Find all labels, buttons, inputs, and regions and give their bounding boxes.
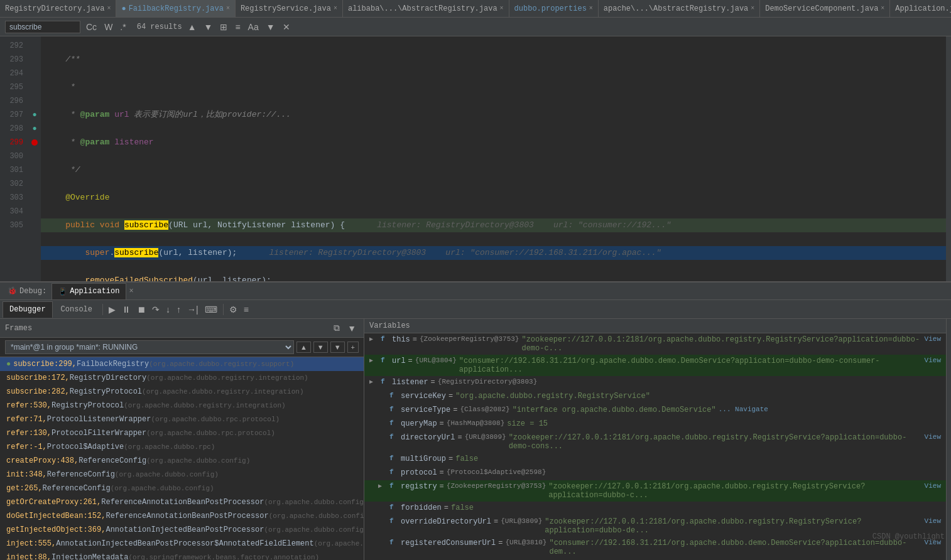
view-link[interactable]: View	[925, 482, 941, 490]
frame-4[interactable]: refer:71, ProtocolListenerWrapper (org.a…	[0, 412, 364, 426]
breakpoint-299[interactable]	[31, 139, 38, 146]
search-word-btn[interactable]: W	[102, 22, 114, 32]
var-listener[interactable]: ▶ f listener = {RegistryDirectory@3803}	[364, 376, 946, 390]
search-replace-btn[interactable]: ⊞	[218, 22, 229, 32]
frame-5[interactable]: refer:130, ProtocolFilterWrapper (org.ap…	[0, 426, 364, 440]
tab-close[interactable]: ×	[881, 5, 884, 12]
frame-3[interactable]: refer:530, RegistryProtocol (org.apache.…	[0, 399, 364, 412]
run-to-cursor-btn[interactable]: →|	[185, 303, 201, 316]
thread-nav-down[interactable]: ▼	[313, 342, 328, 353]
step-over-btn[interactable]: ↷	[149, 303, 162, 316]
tab-close[interactable]: ×	[751, 5, 754, 12]
view-link[interactable]: View	[925, 433, 941, 441]
tab-close[interactable]: ×	[589, 5, 593, 12]
variables-scrollbar[interactable]	[946, 319, 951, 560]
search-next-btn[interactable]: ▼	[202, 22, 215, 32]
var-url[interactable]: ▶ f url = {URL@3804} "consumer://192.168…	[364, 355, 946, 376]
step-out-btn[interactable]: ↑	[174, 303, 183, 316]
tab-demoservicecomponent[interactable]: DemoServiceComponent.java ×	[760, 0, 890, 17]
tab-label: FailbackRegistry.java	[129, 4, 224, 13]
frame-11[interactable]: doGetInjectedBean:152, ReferenceAnnotati…	[0, 509, 364, 523]
resume-btn[interactable]: ▶	[106, 303, 118, 316]
variables-header: Variables	[364, 319, 946, 333]
gutter: ● ●	[28, 36, 41, 281]
frame-12[interactable]: getInjectedObject:369, AnnotationInjecte…	[0, 523, 364, 537]
tab-debugger[interactable]: Debugger	[3, 301, 53, 318]
var-eq: =	[498, 539, 503, 547]
frame-13[interactable]: inject:555, AnnotationInjectedBeanPostPr…	[0, 537, 364, 551]
frame-8[interactable]: init:348, ReferenceConfig (org.apache.du…	[0, 468, 364, 482]
navigate-link[interactable]: ... Navigate	[719, 406, 768, 413]
var-name: multiGroup	[401, 455, 446, 463]
var-directoryurl[interactable]: f directoryUrl = {URL@3809} "zookeeper:/…	[364, 431, 946, 453]
gutter-299	[28, 136, 41, 149]
frame-1[interactable]: subscribe:172, RegistryDirectory (org.ap…	[0, 371, 364, 385]
gutter-debug-indicator: ●	[32, 110, 36, 119]
var-overridedirectoryurl[interactable]: f overrideDirectoryUrl = {URL@3809} "zoo…	[364, 515, 946, 537]
var-this[interactable]: ▶ f this = {ZookeeperRegistry@3753} "zoo…	[364, 333, 946, 355]
search-close-btn[interactable]: ✕	[281, 22, 292, 32]
tab-close[interactable]: ×	[107, 5, 111, 12]
tab-console[interactable]: Console	[54, 301, 99, 318]
search-regex-btn[interactable]: .*	[118, 22, 128, 32]
tab-application[interactable]: 📱 Application	[52, 283, 126, 299]
var-forbidden[interactable]: f forbidden = false	[364, 502, 946, 515]
search-prev-btn[interactable]: ▲	[186, 22, 198, 32]
bottom-tab-close[interactable]: ×	[129, 287, 133, 296]
pause-btn[interactable]: ⏸	[119, 303, 133, 316]
frames-copy-btn[interactable]: ⧉	[331, 321, 342, 335]
settings-btn[interactable]: ⚙	[227, 303, 240, 316]
thread-filter[interactable]: ▼	[330, 342, 345, 353]
search-aa-btn[interactable]: Aa	[246, 22, 261, 32]
var-servicekey[interactable]: f serviceKey = "org.apache.dubbo.registr…	[364, 390, 946, 404]
view-link[interactable]: View	[925, 335, 941, 343]
thread-add[interactable]: +	[347, 342, 359, 353]
var-type: {ZookeeperRegistry@3753}	[447, 482, 546, 490]
tab-application[interactable]: Application.java ×	[890, 0, 951, 17]
gutter-297: ●	[28, 108, 41, 122]
var-querymap[interactable]: f queryMap = {HashMap@3808} size = 15	[364, 417, 946, 431]
more-btn[interactable]: ≡	[241, 303, 251, 316]
debug-label: 🐞 Debug:	[3, 286, 52, 296]
tab-close[interactable]: ×	[226, 5, 230, 12]
tab-dubbo-properties[interactable]: dubbo.properties ×	[509, 0, 599, 17]
frame-9[interactable]: get:265, ReferenceConfig (org.apache.dub…	[0, 482, 364, 495]
var-registry[interactable]: ▶ f registry = {ZookeeperRegistry@3753} …	[364, 480, 946, 502]
frame-class: RegistryProtocol	[52, 401, 124, 410]
tab-registrydirectory[interactable]: RegistryDirectory.java ×	[0, 0, 116, 17]
frame-package: (org.apache.dubbo.registry.integration)	[142, 388, 303, 396]
frames-filter-btn[interactable]: ▼	[345, 321, 359, 335]
code-content[interactable]: /** * * @param url 表示要订阅的url，比如provider:…	[41, 36, 946, 281]
search-options-btn[interactable]: Cc	[84, 22, 99, 32]
view-link[interactable]: View	[925, 357, 941, 364]
frame-7[interactable]: createProxy:438, ReferenceConfig (org.ap…	[0, 454, 364, 468]
search-input[interactable]	[5, 21, 80, 33]
var-eq: =	[413, 335, 417, 344]
var-type: {RegistryDirectory@3803}	[438, 378, 537, 385]
var-servicetype[interactable]: f serviceType = {Class@2082} "interface …	[364, 404, 946, 417]
frame-2[interactable]: subscribe:282, RegistryProtocol (org.apa…	[0, 385, 364, 399]
frame-14[interactable]: inject:88, InjectionMetadata (org.spring…	[0, 551, 364, 560]
gutter-296	[28, 94, 41, 108]
tab-alibaba-abstractregistry[interactable]: alibaba\...\AbstractRegistry.java ×	[343, 0, 509, 17]
view-link[interactable]: View	[925, 517, 941, 525]
var-multigroup[interactable]: f multiGroup = false	[364, 453, 946, 466]
thread-nav-up[interactable]: ▲	[296, 342, 311, 353]
tab-close[interactable]: ×	[334, 5, 337, 12]
search-opts-btn[interactable]: ≡	[233, 22, 242, 32]
frame-0[interactable]: ● subscribe:299, FailbackRegistry (org.a…	[0, 357, 364, 371]
stop-btn[interactable]: ⏹	[134, 303, 148, 316]
search-filter-btn[interactable]: ▼	[264, 22, 277, 32]
editor-scrollbar[interactable]	[946, 36, 951, 281]
thread-select[interactable]: *main*@1 in group *main*: RUNNING	[5, 340, 294, 354]
frame-10[interactable]: getOrCreateProxy:261, ReferenceAnnotatio…	[0, 495, 364, 509]
frame-6[interactable]: refer:-1, Protocol$Adaptive (org.apache.…	[0, 440, 364, 454]
tab-registryservice[interactable]: RegistryService.java ×	[236, 0, 343, 17]
var-registeredconsumerurl[interactable]: f registeredConsumerUrl = {URL@3810} "co…	[364, 537, 946, 558]
evaluate-btn[interactable]: ⌨	[202, 303, 220, 316]
var-protocol[interactable]: f protocol = {Protocol$Adaptive@2598}	[364, 466, 946, 480]
step-into-btn[interactable]: ↓	[163, 303, 173, 316]
tab-failbackregistry[interactable]: ● FailbackRegistry.java ×	[116, 0, 235, 17]
tab-apache-abstractregistry[interactable]: apache\...\AbstractRegistry.java ×	[599, 0, 760, 17]
tab-close[interactable]: ×	[500, 5, 504, 12]
